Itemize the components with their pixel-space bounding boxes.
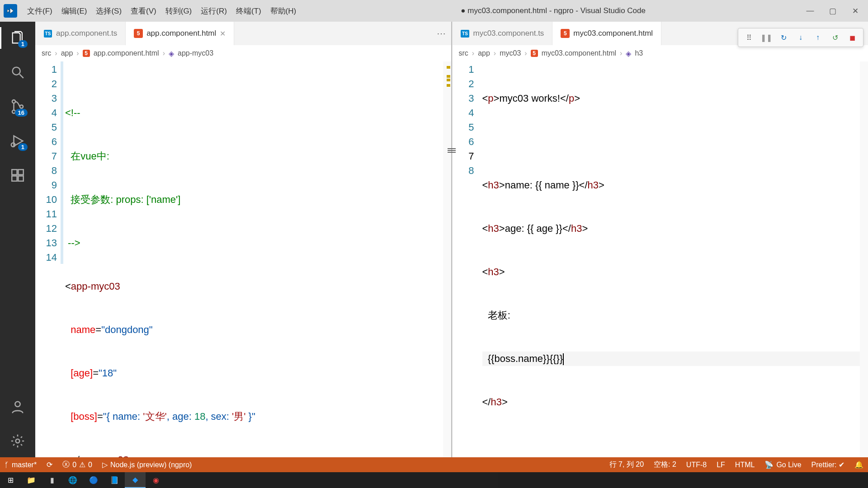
svg-rect-8 xyxy=(18,176,23,181)
svg-point-4 xyxy=(11,143,15,147)
html-icon xyxy=(83,50,90,57)
svg-rect-5 xyxy=(12,169,17,174)
windows-taskbar: ⊞ 📁 ▮ 🌐 🔵 📘 ◆ ◉ xyxy=(0,472,868,488)
window-maximize-icon[interactable]: ▢ xyxy=(828,6,837,15)
symbol-icon: ◈ xyxy=(626,49,631,58)
taskbar-app-icon[interactable]: 📘 xyxy=(104,472,125,488)
svg-point-0 xyxy=(13,67,20,75)
activity-explorer-icon[interactable]: 1 xyxy=(7,27,28,49)
html-icon xyxy=(134,29,143,38)
svg-point-10 xyxy=(16,439,20,443)
tab-myc03-component-ts[interactable]: TS myc03.component.ts xyxy=(453,22,553,45)
taskbar-start-icon[interactable]: ⊞ xyxy=(0,472,21,488)
crumb[interactable]: myc03.component.html xyxy=(542,49,616,57)
breadcrumb-left[interactable]: src› app› app.component.html› ◈ app-myc0… xyxy=(35,45,451,61)
activity-account-icon[interactable] xyxy=(7,396,28,418)
explorer-badge: 1 xyxy=(18,40,28,48)
debug-step-out-icon[interactable]: ↑ xyxy=(811,31,824,44)
code-editor-left[interactable]: 1234567891011121314 <!-- 在vue中: 接受参数: pr… xyxy=(35,61,451,457)
status-problems[interactable]: ⓧ 0 ⚠ 0 xyxy=(62,460,92,469)
status-position[interactable]: 行 7, 列 20 xyxy=(609,460,644,469)
crumb[interactable]: myc03 xyxy=(500,49,521,57)
crumb[interactable]: src xyxy=(459,49,468,57)
debug-badge: 1 xyxy=(18,143,28,151)
crumb[interactable]: h3 xyxy=(635,49,643,57)
tab-app-component-html[interactable]: app.component.html ✕ xyxy=(126,22,234,45)
crumb[interactable]: app-myc03 xyxy=(178,49,213,57)
svg-point-9 xyxy=(15,402,20,407)
editor-group: TS app.component.ts app.component.html ✕… xyxy=(35,22,868,457)
window-title: ● myc03.component.html - ngpro - Visual … xyxy=(301,6,806,15)
activity-extensions-icon[interactable] xyxy=(7,164,28,186)
activity-scm-icon[interactable]: 16 xyxy=(7,96,28,117)
menu-help[interactable]: 帮助(H) xyxy=(266,4,301,18)
svg-rect-6 xyxy=(18,169,23,174)
debug-pause-icon[interactable]: ❚❚ xyxy=(760,31,773,44)
crumb[interactable]: src xyxy=(42,49,51,57)
activity-debug-icon[interactable]: 1 xyxy=(7,130,28,152)
html-icon xyxy=(561,29,570,38)
debug-stop-icon[interactable]: ◼ xyxy=(846,31,859,44)
menu-file[interactable]: 文件(F) xyxy=(23,4,57,18)
status-bell-icon[interactable]: 🔔 xyxy=(854,460,863,469)
tab-label: myc03.component.html xyxy=(573,29,653,38)
code-editor-right[interactable]: 12345678 <p>myc03 works!</p> <h3>name: {… xyxy=(453,61,868,457)
taskbar-recorder-icon[interactable]: ◉ xyxy=(146,472,166,488)
window-close-icon[interactable]: ✕ xyxy=(851,6,860,15)
menu-terminal[interactable]: 终端(T) xyxy=(231,4,266,18)
taskbar-terminal-icon[interactable]: ▮ xyxy=(42,472,62,488)
status-spaces[interactable]: 空格: 2 xyxy=(654,460,676,469)
status-bar: ᚶ master* ⟳ ⓧ 0 ⚠ 0 ▷ Node.js (preview) … xyxy=(0,457,868,472)
tab-label: app.component.html xyxy=(146,29,216,38)
taskbar-edge-icon[interactable]: 🌐 xyxy=(62,472,83,488)
tab-label: myc03.component.ts xyxy=(473,29,544,38)
debug-restart-icon[interactable]: ↺ xyxy=(829,31,841,44)
close-icon[interactable]: ✕ xyxy=(220,29,226,38)
menu-selection[interactable]: 选择(S) xyxy=(91,4,126,18)
debug-drag-icon[interactable]: ⠿ xyxy=(743,31,755,44)
status-encoding[interactable]: UTF-8 xyxy=(686,461,707,469)
debug-step-into-icon[interactable]: ↓ xyxy=(794,31,807,44)
html-icon xyxy=(531,50,538,57)
crumb[interactable]: app.component.html xyxy=(94,49,159,57)
menu-bar: 文件(F) 编辑(E) 选择(S) 查看(V) 转到(G) 运行(R) 终端(T… xyxy=(0,0,868,22)
crumb[interactable]: app xyxy=(478,49,490,57)
activity-search-icon[interactable] xyxy=(7,61,28,83)
code-content[interactable]: <p>myc03 works!</p> <h3>name: {{ name }}… xyxy=(482,61,860,457)
overview-ruler[interactable] xyxy=(443,61,451,457)
overview-ruler[interactable] xyxy=(860,61,868,457)
menu-run[interactable]: 运行(R) xyxy=(196,4,231,18)
menu-view[interactable]: 查看(V) xyxy=(126,4,161,18)
status-eol[interactable]: LF xyxy=(717,461,725,469)
editor-pane-left: TS app.component.ts app.component.html ✕… xyxy=(35,22,451,457)
status-branch[interactable]: ᚶ master* xyxy=(5,461,37,469)
code-content[interactable]: <!-- 在vue中: 接受参数: props: ['name'] --> <a… xyxy=(65,61,443,457)
tabs-left: TS app.component.ts app.component.html ✕… xyxy=(35,22,451,45)
debug-step-over-icon[interactable]: ↻ xyxy=(777,31,790,44)
taskbar-explorer-icon[interactable]: 📁 xyxy=(21,472,42,488)
tab-myc03-component-html[interactable]: myc03.component.html xyxy=(552,22,661,45)
typescript-icon: TS xyxy=(44,30,52,38)
status-runtime[interactable]: ▷ Node.js (preview) (ngpro) xyxy=(102,460,192,469)
tab-more-icon[interactable]: ⋯ xyxy=(437,28,446,39)
menu-edit[interactable]: 编辑(E) xyxy=(57,4,92,18)
svg-rect-7 xyxy=(12,176,17,181)
line-gutter: 12345678 xyxy=(453,61,482,457)
menu-go[interactable]: 转到(G) xyxy=(161,4,197,18)
typescript-icon: TS xyxy=(461,30,469,38)
status-sync-icon[interactable]: ⟳ xyxy=(47,460,52,469)
taskbar-vscode-icon[interactable]: ◆ xyxy=(125,472,146,488)
window-minimize-icon[interactable]: — xyxy=(806,6,815,15)
debug-toolbar[interactable]: ⠿ ❚❚ ↻ ↓ ↑ ↺ ◼ xyxy=(738,28,863,47)
status-golive[interactable]: 📡 Go Live xyxy=(764,460,801,469)
status-language[interactable]: HTML xyxy=(735,461,755,469)
editor-pane-right: TS myc03.component.ts myc03.component.ht… xyxy=(452,22,868,457)
breadcrumb-right[interactable]: src› app› myc03› myc03.component.html› ◈… xyxy=(453,45,868,61)
symbol-icon: ◈ xyxy=(169,49,174,58)
status-prettier[interactable]: Prettier: ✔ xyxy=(811,460,844,469)
taskbar-chrome-icon[interactable]: 🔵 xyxy=(83,472,104,488)
crumb[interactable]: app xyxy=(61,49,73,57)
tab-app-component-ts[interactable]: TS app.component.ts xyxy=(35,22,126,45)
activity-settings-icon[interactable] xyxy=(7,430,28,452)
editor-splitter[interactable] xyxy=(451,22,452,457)
